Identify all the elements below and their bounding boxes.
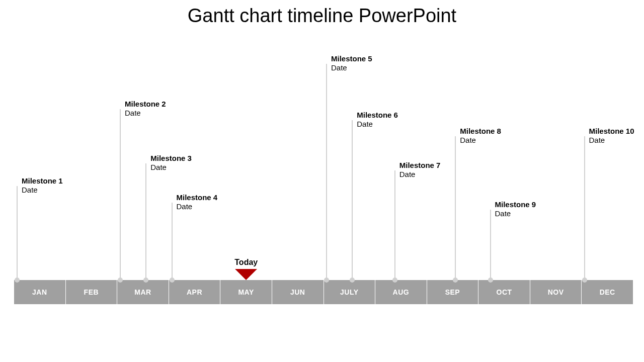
month-cell: NOV — [530, 280, 582, 304]
milestone-name: Milestone 2 — [125, 100, 166, 109]
milestone-stem — [326, 64, 327, 280]
milestone-label: Milestone 5Date — [331, 54, 372, 73]
milestone-dot-icon — [488, 278, 493, 283]
milestone-date: Date — [399, 170, 441, 179]
milestone-label: Milestone 7Date — [399, 161, 441, 180]
milestone-date: Date — [357, 120, 398, 129]
milestone-stem — [455, 136, 456, 280]
milestone-dot-icon — [15, 278, 20, 283]
milestone-name: Milestone 10 — [589, 127, 634, 136]
milestone-name: Milestone 5 — [331, 54, 372, 64]
milestone-label: Milestone 9Date — [495, 200, 536, 219]
month-axis: JANFEBMARAPRMAYJUNJULYAUGSEPOCTNOVDEC — [14, 280, 633, 304]
today-label: Today — [234, 258, 258, 267]
milestone-label: Milestone 3Date — [150, 154, 192, 173]
milestone-stem — [120, 109, 121, 280]
milestone-dot-icon — [392, 278, 397, 283]
milestone-label: Milestone 10Date — [589, 127, 634, 146]
milestone-stem — [172, 203, 173, 280]
month-cell: JAN — [14, 280, 65, 304]
month-cell: DEC — [582, 280, 633, 304]
milestone-name: Milestone 8 — [460, 127, 501, 136]
milestone-date: Date — [460, 136, 501, 145]
month-cell: JULY — [324, 280, 375, 304]
milestone-label: Milestone 2Date — [125, 100, 166, 119]
milestone-label: Milestone 4Date — [177, 193, 218, 212]
month-cell: APR — [169, 280, 220, 304]
milestone-dot-icon — [118, 278, 123, 283]
milestone-date: Date — [331, 63, 372, 73]
milestone-name: Milestone 1 — [22, 176, 63, 186]
milestone-stem — [584, 136, 585, 280]
today-arrow-icon — [235, 269, 257, 280]
month-cell: SEP — [427, 280, 478, 304]
month-cell: OCT — [478, 280, 530, 304]
timeline-canvas: JANFEBMARAPRMAYJUNJULYAUGSEPOCTNOVDEC Mi… — [14, 60, 633, 304]
milestone-label: Milestone 1Date — [22, 176, 63, 196]
milestone-date: Date — [150, 163, 192, 172]
milestone-date: Date — [177, 202, 218, 212]
month-cell: AUG — [375, 280, 427, 304]
milestone-label: Milestone 6Date — [357, 111, 398, 130]
today-marker: Today — [234, 258, 258, 280]
milestone-stem — [490, 210, 491, 280]
month-cell: FEB — [66, 280, 117, 304]
milestone-stem — [394, 170, 395, 280]
milestone-date: Date — [589, 136, 634, 145]
milestone-dot-icon — [582, 278, 587, 283]
month-cell: MAY — [220, 280, 272, 304]
milestone-name: Milestone 7 — [399, 161, 441, 170]
milestone-stem — [352, 120, 353, 280]
milestone-stem — [17, 186, 18, 280]
month-cell: MAR — [117, 280, 169, 304]
milestone-stem — [145, 163, 146, 280]
milestone-dot-icon — [324, 278, 329, 283]
page-title: Gantt chart timeline PowerPoint — [0, 5, 644, 27]
milestone-date: Date — [22, 186, 63, 195]
milestone-name: Milestone 6 — [357, 111, 398, 120]
milestone-date: Date — [495, 209, 536, 219]
milestone-name: Milestone 3 — [150, 154, 192, 163]
milestone-label: Milestone 8Date — [460, 127, 501, 146]
milestone-name: Milestone 9 — [495, 200, 536, 210]
milestone-date: Date — [125, 109, 166, 118]
milestone-name: Milestone 4 — [177, 193, 218, 203]
milestone-dot-icon — [170, 278, 175, 283]
month-cell: JUN — [272, 280, 324, 304]
